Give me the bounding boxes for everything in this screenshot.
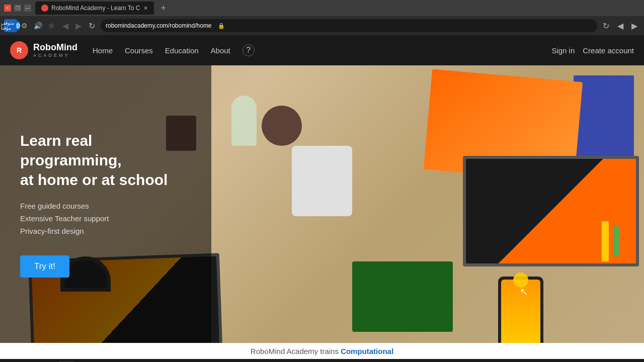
settings-icon[interactable]: ⚙ xyxy=(19,21,30,31)
books-decoration xyxy=(574,75,634,156)
window-controls: ✕ ❐ — xyxy=(4,5,31,12)
hero-content: Learn real programming,at home or at sch… xyxy=(0,65,211,343)
try-it-button[interactable]: Try it! xyxy=(20,255,69,278)
audio-icon[interactable]: 🔊 xyxy=(32,21,44,31)
forward-button[interactable]: ▶ xyxy=(73,20,84,32)
usb-decoration xyxy=(602,221,609,261)
tab-title: RoboMind Academy - Learn To C xyxy=(51,5,140,12)
url-bar[interactable]: robomindacademy.com/robomind/home 🔒 xyxy=(101,19,597,32)
reload-button[interactable]: ↻ xyxy=(600,20,612,32)
site-logo[interactable]: R RoboMind ACADEMY xyxy=(10,41,77,59)
nav-buttons: ◀ ▶ ↻ xyxy=(60,20,98,32)
website: R RoboMind ACADEMY Home Courses Educatio… xyxy=(0,35,644,359)
footer-text-highlight: Computational xyxy=(341,347,393,355)
nav-back2[interactable]: ◀ xyxy=(615,20,626,32)
feature-1: Free guided courses xyxy=(20,202,191,210)
robot-decoration xyxy=(292,146,352,216)
bottle-decoration xyxy=(231,96,257,146)
nav-about[interactable]: About xyxy=(211,46,230,55)
minimize-button[interactable]: — xyxy=(24,5,31,12)
footer-text: RoboMind Academy trains Computational xyxy=(251,347,393,355)
hero-features-list: Free guided courses Extensive Teacher su… xyxy=(20,202,191,239)
nav-auth: Sign in Create account xyxy=(551,46,634,55)
tab-close-icon[interactable]: ✕ xyxy=(143,5,148,12)
teapot-decoration xyxy=(262,106,302,146)
browser-chrome: ✕ ❐ — RoboMind Academy - Learn To C ✕ + … xyxy=(0,0,644,35)
signin-link[interactable]: Sign in xyxy=(551,46,575,55)
feature-2: Extensive Teacher support xyxy=(20,214,191,223)
nav-education[interactable]: Education xyxy=(165,46,199,55)
refresh-button[interactable]: ↻ xyxy=(86,20,98,32)
help-icon[interactable]: ? xyxy=(243,44,255,56)
logo-main-text: RoboMind xyxy=(33,43,77,53)
new-tab-button[interactable]: + xyxy=(158,3,170,14)
footer-text-before: RoboMind Academy trains xyxy=(251,347,341,355)
restore-button[interactable]: ❐ xyxy=(14,5,21,12)
bookmark-icon[interactable]: ☆ xyxy=(46,21,57,31)
hero-section: ↖ Learn real programming,at home or at s… xyxy=(0,65,644,343)
logo-text: RoboMind ACADEMY xyxy=(33,43,77,58)
pen-decoration xyxy=(614,226,619,256)
lock-icon: 🔒 xyxy=(218,23,225,29)
feature-3: Privacy-first design xyxy=(20,227,191,235)
close-button[interactable]: ✕ xyxy=(4,5,11,12)
tab-favicon xyxy=(41,5,48,12)
titlebar: ✕ ❐ — RoboMind Academy - Learn To C ✕ + xyxy=(0,0,644,16)
nav-links: Home Courses Education About ? xyxy=(93,44,551,56)
url-text: robomindacademy.com/robomind/home xyxy=(106,22,212,29)
browser-tab[interactable]: RoboMind Academy - Learn To C ✕ xyxy=(35,2,154,15)
laptop-right-decoration xyxy=(463,156,639,266)
nav-home[interactable]: Home xyxy=(93,46,113,55)
extension-btn-arabic[interactable]: متوقف مؤقتاً D xyxy=(4,19,17,32)
taskbar: 🔵 📧 🌐 🦊 🔴 📁 📮 🎯 🏠 🔍 اكتب هنا للبحث ع ⌨ 📶… xyxy=(0,359,644,362)
footer-strip: RoboMind Academy trains Computational xyxy=(0,343,644,359)
site-navbar: R RoboMind ACADEMY Home Courses Educatio… xyxy=(0,35,644,65)
extensions-area: متوقف مؤقتاً D ⚙ 🔊 ☆ xyxy=(4,19,57,32)
back-button[interactable]: ◀ xyxy=(60,20,71,32)
nav-forward2[interactable]: ▶ xyxy=(629,20,640,32)
logo-icon: R xyxy=(10,41,28,59)
hero-title: Learn real programming,at home or at sch… xyxy=(20,131,191,190)
create-account-link[interactable]: Create account xyxy=(583,46,634,55)
logo-sub-text: ACADEMY xyxy=(33,53,77,58)
addressbar: متوقف مؤقتاً D ⚙ 🔊 ☆ ◀ ▶ ↻ robomindacade… xyxy=(0,16,644,35)
highlight-decoration xyxy=(513,273,528,288)
nav-courses[interactable]: Courses xyxy=(125,46,153,55)
circuit-decoration xyxy=(352,261,453,332)
